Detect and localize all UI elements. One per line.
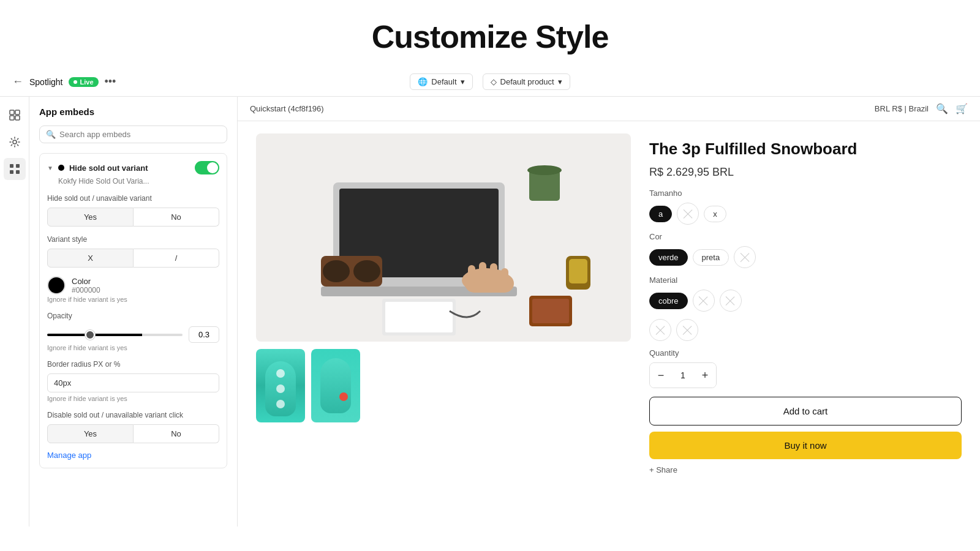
cor-label: Cor	[649, 232, 962, 241]
thumb-snowboard-1[interactable]	[256, 349, 305, 422]
search-input[interactable]	[59, 130, 221, 139]
svg-rect-7	[10, 170, 13, 174]
border-radius-label: Border radius PX or %	[47, 360, 219, 369]
product-dropdown[interactable]: ◇ Default product ▾	[483, 73, 570, 90]
svg-rect-6	[16, 164, 20, 168]
color-crossed-1[interactable]	[734, 246, 756, 268]
quantity-value: 1	[672, 370, 694, 380]
panel-title: App embeds	[39, 107, 227, 117]
diamond-icon: ◇	[491, 77, 497, 86]
disable-click-toggle: Yes No	[47, 424, 219, 443]
back-button[interactable]: ←	[12, 75, 23, 88]
opacity-row	[47, 326, 219, 343]
material-crossed-4[interactable]	[676, 319, 698, 341]
product-images	[256, 133, 631, 474]
product-title: The 3p Fulfilled Snowboard	[649, 140, 962, 159]
color-preta[interactable]: preta	[693, 249, 729, 266]
preview-search-button[interactable]: 🔍	[936, 103, 948, 114]
svg-point-25	[353, 260, 380, 282]
search-box: 🔍	[39, 126, 227, 143]
variant-x-button[interactable]: X	[47, 249, 134, 268]
svg-point-4	[13, 140, 17, 144]
main-layout: App embeds 🔍 ▼ Hide sold out variant Kok…	[0, 97, 980, 527]
chevron-down-icon-2: ▾	[558, 77, 562, 86]
opacity-slider[interactable]	[47, 334, 183, 336]
collapse-icon[interactable]: ▼	[47, 165, 53, 171]
disable-click-section: Disable sold out / unavailable variant c…	[47, 411, 219, 443]
size-a[interactable]: a	[649, 206, 672, 222]
svg-rect-5	[10, 164, 13, 168]
hide-no-button[interactable]: No	[134, 208, 219, 227]
quantity-decrease[interactable]: −	[650, 363, 672, 388]
size-x[interactable]: x	[704, 206, 726, 222]
svg-rect-17	[490, 263, 497, 283]
toggle-embed[interactable]	[195, 161, 219, 174]
material-options: cobre	[649, 290, 962, 312]
preview-bar: Quickstart (4cf8f196) BRL R$ | Brazil 🔍 …	[238, 97, 980, 121]
border-radius-input[interactable]	[47, 373, 219, 392]
svg-rect-18	[501, 268, 508, 283]
border-radius-section: Border radius PX or % Ignore if hide var…	[47, 360, 219, 402]
color-note: Ignore if hide variant is yes	[47, 296, 219, 303]
product-price: R$ 2.629,95 BRL	[649, 166, 962, 179]
preview-cart-button[interactable]: 🛒	[956, 103, 968, 114]
color-row: Color #000000	[47, 276, 219, 294]
app-bar-center: 🌐 Default ▾ ◇ Default product ▾	[251, 73, 729, 90]
manage-app-link[interactable]: Manage app	[47, 451, 91, 460]
opacity-input[interactable]	[189, 326, 219, 343]
product-info: The 3p Fulfilled Snowboard R$ 2.629,95 B…	[649, 133, 962, 474]
product-main-image	[256, 133, 631, 342]
variant-slash-button[interactable]: /	[134, 249, 219, 268]
product-image-placeholder	[256, 133, 631, 342]
quantity-increase[interactable]: +	[694, 363, 716, 388]
disable-no-button[interactable]: No	[134, 424, 219, 443]
hide-yes-button[interactable]: Yes	[47, 208, 134, 227]
default-dropdown[interactable]: 🌐 Default ▾	[410, 73, 472, 90]
store-name: Quickstart (4cf8f196)	[250, 104, 324, 113]
app-bar: ← Spotlight Live ••• 🌐 Default ▾ ◇ Defau…	[0, 67, 980, 97]
left-panel: App embeds 🔍 ▼ Hide sold out variant Kok…	[29, 97, 238, 527]
chevron-down-icon: ▾	[461, 77, 465, 86]
sidebar-icon-apps[interactable]	[4, 158, 26, 180]
more-button[interactable]: •••	[105, 75, 116, 88]
live-dot	[74, 80, 77, 84]
material-cobre[interactable]: cobre	[649, 293, 688, 309]
live-badge: Live	[69, 77, 98, 87]
color-options: verde preta	[649, 246, 962, 268]
currency-label: BRL R$ | Brazil	[875, 104, 929, 113]
product-page: The 3p Fulfilled Snowboard R$ 2.629,95 B…	[238, 121, 980, 487]
svg-rect-16	[479, 262, 486, 283]
svg-rect-0	[10, 110, 14, 114]
opacity-section: Opacity Ignore if hide variant is yes	[47, 312, 219, 351]
sidebar-icon-settings[interactable]	[4, 131, 26, 153]
thumb-snowboard-2[interactable]	[311, 349, 360, 422]
color-name: Color	[72, 277, 100, 286]
svg-point-20	[527, 165, 562, 175]
embed-dot	[58, 165, 64, 171]
quantity-label: Quantity	[649, 348, 962, 358]
sidebar-icon-layout[interactable]	[4, 104, 26, 126]
material-crossed-2[interactable]	[720, 290, 742, 312]
share-label: + Share	[649, 465, 962, 474]
sidebar-icons	[0, 97, 29, 527]
color-info: Color #000000	[72, 277, 100, 294]
svg-rect-1	[15, 110, 20, 114]
material-crossed-1[interactable]	[693, 290, 715, 312]
preview-area: Quickstart (4cf8f196) BRL R$ | Brazil 🔍 …	[238, 97, 980, 527]
material-crossed-3[interactable]	[649, 319, 671, 341]
size-crossed-1[interactable]	[677, 203, 699, 225]
page-title: Customize Style	[0, 0, 980, 67]
color-verde[interactable]: verde	[649, 249, 688, 266]
globe-icon: 🌐	[418, 77, 428, 86]
search-icon: 🔍	[46, 130, 56, 139]
hide-sold-out-label: Hide sold out / unavaible variant	[47, 194, 219, 203]
color-swatch[interactable]	[47, 276, 66, 294]
hide-sold-out-section: Hide sold out / unavaible variant Yes No	[47, 194, 219, 227]
add-to-cart-button[interactable]: Add to cart	[649, 397, 962, 425]
buy-now-button[interactable]: Buy it now	[649, 432, 962, 459]
opacity-label: Opacity	[47, 312, 219, 320]
disable-yes-button[interactable]: Yes	[47, 424, 134, 443]
embed-name: Hide sold out variant	[69, 163, 148, 173]
embed-item: ▼ Hide sold out variant Kokfy Hide Sold …	[39, 153, 227, 468]
svg-rect-15	[468, 265, 475, 283]
